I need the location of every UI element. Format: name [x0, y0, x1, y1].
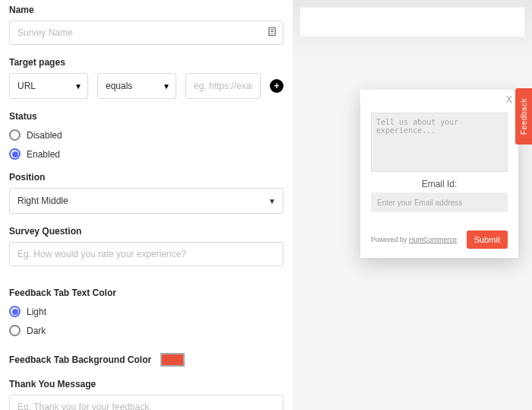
target-operator-wrap: equals ▼	[97, 73, 176, 99]
target-value-wrap	[185, 73, 261, 99]
radio-icon	[9, 306, 21, 317]
preview-email-input[interactable]	[371, 192, 508, 212]
preview-powered-by: Powered by HumCommerce	[371, 236, 457, 243]
label-tab-bg-color: Feedback Tab Background Color	[9, 354, 151, 365]
survey-question-input[interactable]	[9, 242, 283, 266]
target-url-type-select[interactable]: URL	[9, 73, 88, 99]
target-url-type-wrap: URL ▼	[9, 73, 88, 99]
form-panel: Name Target pages URL ▼	[0, 0, 293, 410]
add-target-button[interactable]: +	[270, 79, 283, 93]
status-enabled-radio[interactable]: Enabled	[9, 148, 283, 160]
preview-submit-button[interactable]: Submit	[467, 230, 508, 249]
label-name: Name	[9, 5, 283, 15]
radio-icon	[9, 148, 21, 160]
thank-you-input[interactable]	[9, 395, 283, 410]
position-select[interactable]: Right Middle	[9, 188, 283, 214]
powered-brand-link[interactable]: HumCommerce	[409, 236, 457, 243]
preview-card: X Email Id: Powered by HumCommerce Submi…	[360, 90, 518, 258]
label-position: Position	[9, 172, 283, 183]
radio-icon	[9, 129, 21, 141]
svg-point-3	[272, 33, 273, 34]
tag-icon	[267, 27, 277, 40]
radio-icon	[9, 325, 21, 336]
tab-bg-color-swatch[interactable]	[160, 353, 185, 367]
preview-email-label: Email Id:	[371, 179, 508, 189]
powered-prefix: Powered by	[371, 236, 409, 243]
radio-label: Light	[27, 307, 46, 317]
label-target: Target pages	[9, 57, 283, 68]
radio-label: Disabled	[27, 130, 62, 141]
label-survey-question: Survey Question	[9, 226, 283, 237]
plus-icon: +	[274, 81, 279, 91]
radio-label: Dark	[27, 326, 46, 336]
preview-textarea[interactable]	[371, 113, 508, 172]
target-row: URL ▼ equals ▼ +	[9, 73, 283, 99]
feedback-tab[interactable]: Feedback	[515, 88, 532, 145]
label-thank-you: Thank You Message	[9, 379, 283, 389]
name-input[interactable]	[9, 21, 283, 45]
preview-close-button[interactable]: X	[506, 94, 512, 105]
label-status: Status	[9, 111, 283, 122]
tab-bg-row: Feedback Tab Background Color	[9, 353, 283, 367]
label-tab-text-color: Feedback Tab Text Color	[9, 288, 283, 298]
name-input-wrap	[9, 21, 283, 45]
text-color-dark-radio[interactable]: Dark	[9, 325, 283, 336]
radio-label: Enabled	[27, 149, 60, 160]
target-value-input[interactable]	[185, 73, 261, 99]
position-select-wrap: Right Middle ▼	[9, 188, 283, 214]
target-operator-select[interactable]: equals	[97, 73, 176, 99]
app-root: Name Target pages URL ▼	[0, 0, 532, 410]
text-color-light-radio[interactable]: Light	[9, 306, 283, 317]
status-disabled-radio[interactable]: Disabled	[9, 129, 283, 141]
preview-footer: Powered by HumCommerce Submit	[371, 230, 508, 249]
preview-panel: X Email Id: Powered by HumCommerce Submi…	[293, 0, 532, 410]
